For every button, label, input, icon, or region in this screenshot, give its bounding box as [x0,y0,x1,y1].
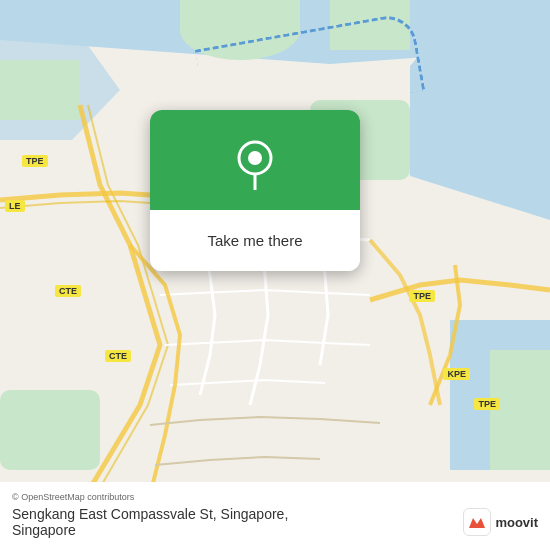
svg-point-1 [248,151,262,165]
attribution: © OpenStreetMap contributors [12,492,538,502]
road-label-cte-1: CTE [55,285,81,297]
road-label-cte-2: CTE [105,350,131,362]
card-button-section: Take me there [150,210,360,271]
take-me-there-button[interactable]: Take me there [166,224,344,257]
location-name: Sengkang East Compassvale St, Singapore, [12,506,288,522]
bottom-row: Sengkang East Compassvale St, Singapore,… [12,506,538,538]
location-text: Sengkang East Compassvale St, Singapore,… [12,506,463,538]
location-pin [235,140,275,180]
moovit-icon [463,508,491,536]
location-card: Take me there [150,110,360,271]
svg-rect-2 [465,510,489,534]
road-label-tpe-3: TPE [474,398,500,410]
map-container: TPE CTE CTE TPE TPE KPE LE Sungei Punggo… [0,0,550,550]
moovit-text: moovit [495,515,538,530]
card-green-section [150,110,360,210]
bottom-bar: © OpenStreetMap contributors Sengkang Ea… [0,482,550,550]
location-sub: Singapore [12,522,76,538]
road-label-le: LE [5,200,25,212]
road-label-tpe-1: TPE [22,155,48,167]
road-label-tpe-2: TPE [409,290,435,302]
road-label-kpe: KPE [443,368,470,380]
moovit-logo: moovit [463,508,538,536]
